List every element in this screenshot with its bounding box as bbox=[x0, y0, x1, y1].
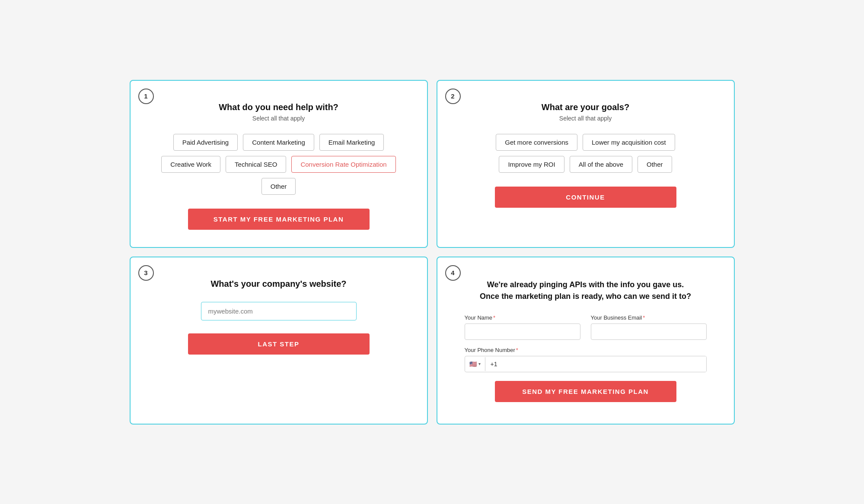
send-marketing-plan-button[interactable]: SEND MY FREE MARKETING PLAN bbox=[495, 381, 676, 402]
step-badge-4: 4 bbox=[445, 265, 461, 281]
option-technical-seo[interactable]: Technical SEO bbox=[226, 156, 286, 173]
card-2-row-1: Get more conversions Lower my acquisitio… bbox=[459, 134, 712, 151]
option-creative-work[interactable]: Creative Work bbox=[161, 156, 220, 173]
email-required-star: * bbox=[643, 314, 645, 321]
last-step-button[interactable]: LAST STEP bbox=[188, 333, 370, 355]
option-other-1[interactable]: Other bbox=[261, 178, 296, 195]
card-2-subtitle: Select all that apply bbox=[559, 115, 612, 122]
contact-form: Your Name* Your Business Email* Your Pho… bbox=[465, 314, 707, 372]
card-1-row-2: Creative Work Technical SEO Conversion R… bbox=[152, 156, 405, 173]
option-all-above[interactable]: All of the above bbox=[570, 156, 632, 173]
option-conversion-rate[interactable]: Conversion Rate Optimization bbox=[291, 156, 395, 173]
card-1-subtitle: Select all that apply bbox=[252, 115, 305, 122]
option-lower-acquisition[interactable]: Lower my acquisition cost bbox=[583, 134, 675, 151]
phone-field-group: Your Phone Number* 🇺🇸 ▾ bbox=[465, 347, 707, 372]
card-step-1: 1 What do you need help with? Select all… bbox=[130, 80, 428, 248]
card-3-title: What's your company's website? bbox=[210, 279, 346, 289]
phone-required-star: * bbox=[516, 347, 518, 353]
card-1-title: What do you need help with? bbox=[219, 102, 338, 112]
start-marketing-plan-button[interactable]: START MY FREE MARKETING PLAN bbox=[188, 209, 370, 230]
option-content-marketing[interactable]: Content Marketing bbox=[243, 134, 314, 151]
card-2-row-2: Improve my ROI All of the above Other bbox=[459, 156, 712, 173]
phone-input-row: 🇺🇸 ▾ bbox=[465, 356, 707, 372]
option-more-conversions[interactable]: Get more conversions bbox=[496, 134, 577, 151]
phone-input[interactable] bbox=[485, 356, 706, 372]
card-step-2: 2 What are your goals? Select all that a… bbox=[437, 80, 735, 248]
option-other-2[interactable]: Other bbox=[638, 156, 672, 173]
name-required-star: * bbox=[493, 314, 495, 321]
email-field-group: Your Business Email* bbox=[591, 314, 707, 340]
name-field-group: Your Name* bbox=[465, 314, 580, 340]
step-badge-2: 2 bbox=[445, 89, 461, 104]
chevron-down-icon: ▾ bbox=[478, 361, 481, 366]
option-improve-roi[interactable]: Improve my ROI bbox=[499, 156, 564, 173]
card-1-row-1: Paid Advertising Content Marketing Email… bbox=[152, 134, 405, 151]
card-1-row-3: Other bbox=[152, 178, 405, 195]
card-step-4: 4 We're already pinging APIs with the in… bbox=[437, 257, 735, 425]
email-label: Your Business Email* bbox=[591, 314, 707, 321]
flag-emoji: 🇺🇸 bbox=[469, 361, 477, 368]
step-badge-1: 1 bbox=[138, 89, 154, 104]
card-4-description: We're already pinging APIs with the info… bbox=[480, 279, 691, 302]
phone-flag-selector[interactable]: 🇺🇸 ▾ bbox=[465, 357, 485, 371]
email-input[interactable] bbox=[591, 323, 707, 340]
phone-label: Your Phone Number* bbox=[465, 347, 707, 353]
steps-grid: 1 What do you need help with? Select all… bbox=[130, 80, 735, 425]
name-input[interactable] bbox=[465, 323, 580, 340]
option-paid-advertising[interactable]: Paid Advertising bbox=[173, 134, 238, 151]
step-badge-3: 3 bbox=[138, 265, 154, 281]
website-input[interactable] bbox=[201, 302, 357, 320]
option-email-marketing[interactable]: Email Marketing bbox=[319, 134, 384, 151]
continue-button[interactable]: CONTINUE bbox=[495, 187, 676, 208]
card-2-title: What are your goals? bbox=[542, 102, 629, 112]
card-step-3: 3 What's your company's website? LAST ST… bbox=[130, 257, 428, 425]
name-label: Your Name* bbox=[465, 314, 580, 321]
